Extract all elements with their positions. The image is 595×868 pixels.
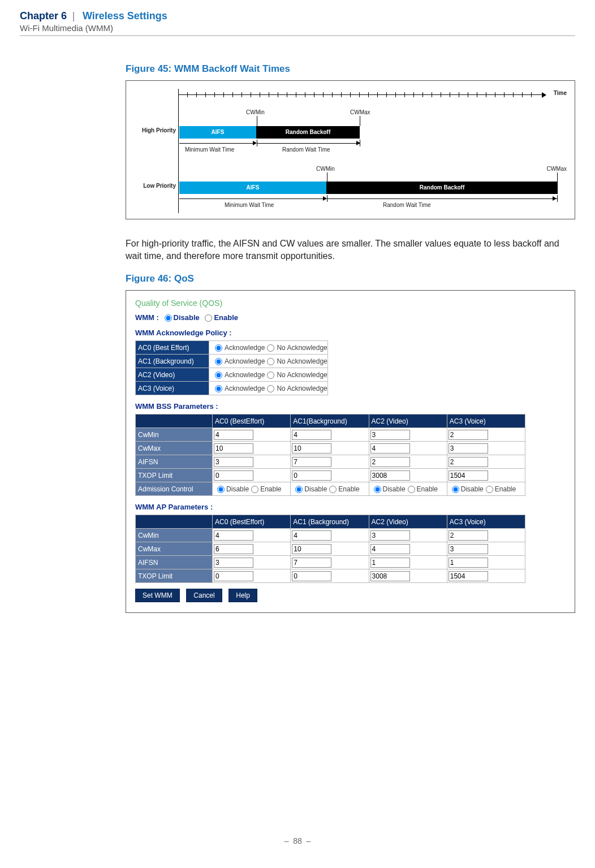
ack-radio[interactable] <box>215 358 222 365</box>
cwmax-input[interactable] <box>449 443 488 454</box>
cwmax-label-lp: CWMax <box>546 166 567 172</box>
ack-row-label: AC1 (Background) <box>136 355 209 368</box>
cwmax-label-hp: CWMax <box>350 109 370 115</box>
aifsn-input[interactable] <box>292 457 331 467</box>
cwmin-label-lp: CWMin <box>316 166 335 172</box>
cwmax-input[interactable] <box>449 544 488 554</box>
adm-disable-radio[interactable] <box>217 486 225 493</box>
ack-radio[interactable] <box>215 372 222 379</box>
cwmin-input[interactable] <box>292 530 331 541</box>
table-row: AC0 (BestEffort) AC1 (Background) AC2 (V… <box>136 515 525 529</box>
table-row: TXOP Limit <box>136 569 525 583</box>
row-header: TXOP Limit <box>136 469 213 482</box>
txop-input[interactable] <box>370 571 410 581</box>
table-row: AIFSN <box>136 455 525 469</box>
adm-enable-radio[interactable] <box>486 486 493 493</box>
ack-row-label: AC0 (Best Effort) <box>136 341 209 355</box>
col-header: AC3 (Voice) <box>447 414 525 428</box>
page-header: Chapter 6 | Wireless Settings Wi-Fi Mult… <box>20 10 167 33</box>
cwmax-input[interactable] <box>292 544 331 554</box>
txop-input[interactable] <box>449 571 488 581</box>
txop-input[interactable] <box>214 571 253 581</box>
cwmax-input[interactable] <box>214 443 253 454</box>
figure-45-diagram: Time document.addEventListener('DOMConte… <box>126 80 575 219</box>
ack-radio[interactable] <box>215 344 222 352</box>
help-button[interactable]: Help <box>228 589 257 602</box>
cwmin-input[interactable] <box>292 430 331 440</box>
wmm-disable-label: Disable <box>174 313 200 322</box>
cwmin-input[interactable] <box>214 530 253 541</box>
ack-options: AcknowledgeNo Acknowledge <box>209 382 328 395</box>
rand-wait-hp: Random Wait Time <box>282 146 330 153</box>
txop-input[interactable] <box>370 470 410 481</box>
cwmin-input[interactable] <box>370 530 410 541</box>
adm-enable-radio[interactable] <box>329 486 337 493</box>
table-row: AIFSN <box>136 556 525 569</box>
ack-options: AcknowledgeNo Acknowledge <box>209 368 328 382</box>
wmm-enable-label: Enable <box>214 313 238 322</box>
nack-radio[interactable] <box>267 358 274 365</box>
wmm-enable-radio[interactable] <box>205 314 212 322</box>
aifsn-input[interactable] <box>214 457 253 467</box>
random-backoff-bar-lp: Random Backoff <box>326 182 558 194</box>
aifsn-input[interactable] <box>370 558 410 568</box>
row-header: Admission Control <box>136 482 213 496</box>
cwmin-input[interactable] <box>449 530 488 541</box>
cwmin-input[interactable] <box>449 430 488 440</box>
adm-disable-radio[interactable] <box>374 486 381 493</box>
min-wait-hp: Minimum Wait Time <box>185 146 234 153</box>
aifsn-input[interactable] <box>449 457 488 467</box>
page-number: 88 <box>293 836 302 845</box>
cwmax-input[interactable] <box>292 443 331 454</box>
nack-radio[interactable] <box>267 372 274 379</box>
adm-disable-radio[interactable] <box>452 486 459 493</box>
txop-input[interactable] <box>449 470 488 481</box>
col-header: AC1(Background) <box>291 414 369 428</box>
ack-row-label: AC3 (Voice) <box>136 382 209 395</box>
cwmin-input[interactable] <box>370 430 410 440</box>
table-row: AC3 (Voice)AcknowledgeNo Acknowledge <box>136 382 328 395</box>
time-axis: Time <box>178 90 566 100</box>
ack-options: AcknowledgeNo Acknowledge <box>209 355 328 368</box>
table-row: CwMin <box>136 428 525 442</box>
wmm-disable-radio[interactable] <box>165 314 172 322</box>
aifsn-input[interactable] <box>449 558 488 568</box>
txop-input[interactable] <box>292 470 331 481</box>
chapter-title: Wireless Settings <box>83 10 167 21</box>
table-row: AC0 (BestEffort) AC1(Background) AC2 (Vi… <box>136 414 525 428</box>
txop-input[interactable] <box>292 571 331 581</box>
aifsn-input[interactable] <box>292 558 331 568</box>
wmm-toggle-row: WMM : Disable Enable <box>135 313 566 322</box>
col-header <box>136 515 213 529</box>
col-header: AC2 (Video) <box>369 414 447 428</box>
cwmin-label-hp: CWMin <box>246 109 265 115</box>
col-header: AC3 (Voice) <box>447 515 525 529</box>
high-priority-label: High Priority <box>130 127 176 133</box>
table-row: CwMin <box>136 529 525 542</box>
nack-radio[interactable] <box>267 344 274 352</box>
nack-radio[interactable] <box>267 385 274 392</box>
aifs-bar-lp: AIFS <box>179 182 326 194</box>
cwmax-input[interactable] <box>214 544 253 554</box>
adm-enable-radio[interactable] <box>408 486 415 493</box>
button-row: Set WMM Cancel Help <box>135 589 566 602</box>
set-wmm-button[interactable]: Set WMM <box>135 589 180 602</box>
divider: | <box>72 10 75 21</box>
ack-radio[interactable] <box>215 385 222 392</box>
row-header: TXOP Limit <box>136 569 213 583</box>
low-priority-label: Low Priority <box>130 183 176 189</box>
page-footer: – 88 – <box>0 836 595 845</box>
chapter-number: Chapter 6 <box>20 10 67 21</box>
cancel-button[interactable]: Cancel <box>186 589 222 602</box>
random-backoff-bar-hp: Random Backoff <box>256 126 360 139</box>
txop-input[interactable] <box>214 470 253 481</box>
adm-enable-radio[interactable] <box>251 486 258 493</box>
cwmax-input[interactable] <box>370 544 410 554</box>
adm-disable-radio[interactable] <box>295 486 303 493</box>
cwmin-input[interactable] <box>214 430 253 440</box>
table-row: AC1 (Background)AcknowledgeNo Acknowledg… <box>136 355 328 368</box>
aifsn-input[interactable] <box>214 558 253 568</box>
aifsn-input[interactable] <box>370 457 410 467</box>
col-header: AC0 (BestEffort) <box>213 414 291 428</box>
cwmax-input[interactable] <box>370 443 410 454</box>
